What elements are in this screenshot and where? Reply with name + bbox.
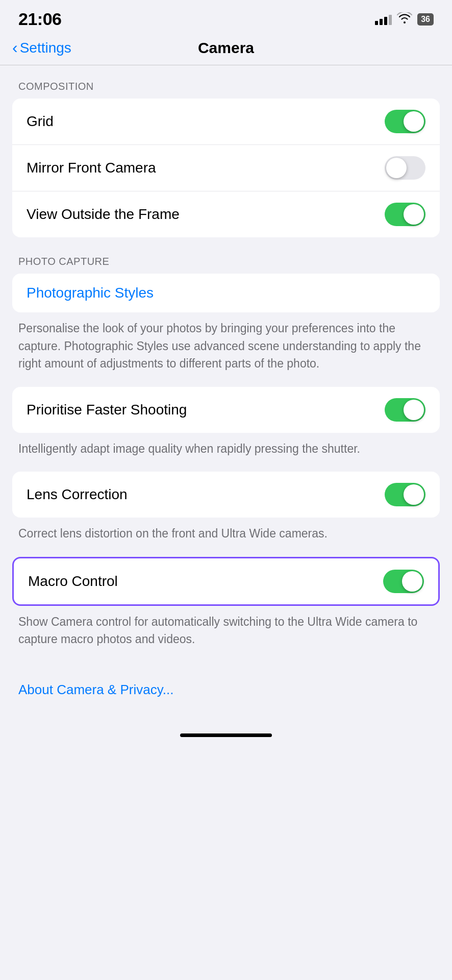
status-time: 21:06	[18, 9, 61, 29]
macro-control-label: Macro Control	[28, 573, 118, 590]
back-label: Settings	[20, 40, 71, 56]
macro-control-description: Show Camera control for automatically sw…	[0, 606, 452, 648]
photographic-styles-label: Photographic Styles	[27, 285, 154, 301]
composition-section-header: COMPOSITION	[0, 81, 452, 99]
status-bar: 21:06 36	[0, 0, 452, 34]
photo-capture-section-header: PHOTO CAPTURE	[0, 256, 452, 274]
prioritise-faster-shooting-card: Prioritise Faster Shooting	[12, 387, 440, 433]
macro-control-card: Macro Control	[12, 557, 440, 606]
mirror-front-camera-toggle[interactable]	[385, 156, 425, 180]
prioritise-faster-shooting-row: Prioritise Faster Shooting	[12, 387, 440, 433]
photographic-styles-card: Photographic Styles	[12, 274, 440, 312]
chevron-left-icon: ‹	[12, 39, 18, 56]
home-indicator	[0, 723, 452, 752]
lens-correction-card: Lens Correction	[12, 472, 440, 518]
grid-toggle-knob	[404, 111, 424, 132]
battery-icon: 36	[417, 13, 434, 26]
status-icons: 36	[375, 11, 434, 27]
lens-correction-row: Lens Correction	[12, 472, 440, 518]
prioritise-faster-shooting-toggle[interactable]	[385, 398, 425, 422]
mirror-front-camera-row: Mirror Front Camera	[12, 145, 440, 191]
wifi-icon	[397, 11, 412, 27]
nav-bar: ‹ Settings Camera	[0, 34, 452, 65]
battery-level: 36	[421, 15, 430, 24]
grid-label: Grid	[27, 113, 54, 130]
lens-correction-toggle[interactable]	[385, 483, 425, 506]
macro-control-knob	[402, 571, 422, 592]
prioritise-faster-shooting-knob	[404, 400, 424, 420]
settings-content: COMPOSITION Grid Mirror Front Camera Vie…	[0, 65, 452, 723]
grid-row: Grid	[12, 99, 440, 145]
lens-correction-description: Correct lens distortion on the front and…	[0, 518, 452, 543]
view-outside-frame-label: View Outside the Frame	[27, 206, 180, 223]
prioritise-faster-shooting-description: Intelligently adapt image quality when r…	[0, 433, 452, 458]
view-outside-frame-row: View Outside the Frame	[12, 191, 440, 237]
back-button[interactable]: ‹ Settings	[12, 40, 71, 56]
view-outside-frame-toggle[interactable]	[385, 203, 425, 226]
macro-control-row: Macro Control	[14, 558, 438, 604]
lens-correction-knob	[404, 484, 424, 505]
macro-control-toggle[interactable]	[383, 570, 424, 593]
signal-icon	[375, 14, 392, 25]
composition-section: COMPOSITION Grid Mirror Front Camera Vie…	[0, 81, 452, 237]
prioritise-faster-shooting-label: Prioritise Faster Shooting	[27, 402, 187, 418]
lens-correction-label: Lens Correction	[27, 486, 128, 503]
photographic-styles-description: Personalise the look of your photos by b…	[0, 312, 452, 373]
composition-card: Grid Mirror Front Camera View Outside th…	[12, 99, 440, 237]
mirror-front-camera-label: Mirror Front Camera	[27, 160, 156, 176]
home-bar	[180, 733, 272, 737]
mirror-front-camera-toggle-knob	[386, 158, 407, 178]
view-outside-frame-toggle-knob	[404, 204, 424, 225]
photographic-styles-row[interactable]: Photographic Styles	[12, 274, 440, 312]
about-camera-privacy-link[interactable]: About Camera & Privacy...	[0, 667, 452, 708]
grid-toggle[interactable]	[385, 110, 425, 133]
page-title: Camera	[198, 39, 254, 57]
photo-capture-section: PHOTO CAPTURE Photographic Styles Person…	[0, 256, 452, 648]
